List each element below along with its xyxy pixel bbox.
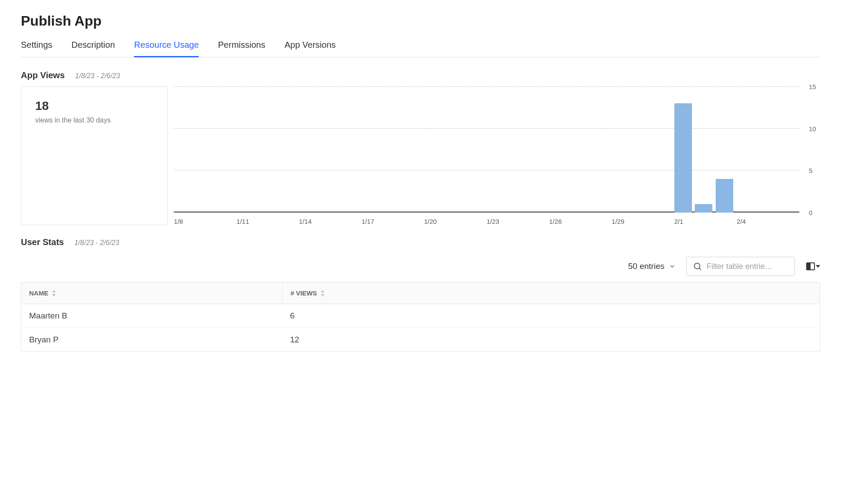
table-header: NAME # VIEWS (21, 282, 820, 304)
bar-column (654, 86, 674, 212)
chevron-down-icon (669, 263, 676, 270)
user-stats-table: NAME # VIEWS Maarten B6Bryan P12 (21, 282, 820, 352)
bar-column (487, 86, 507, 212)
x-tick-label: 1/26 (549, 218, 612, 225)
search-icon (693, 262, 702, 271)
views-stat-sub: views in the last 30 days (35, 116, 154, 124)
entries-label: 50 entries (628, 262, 664, 271)
sort-icon (320, 290, 325, 296)
bar-column (778, 86, 799, 212)
bar-column (737, 86, 758, 212)
svg-marker-6 (52, 294, 56, 296)
x-tick-label: 1/29 (612, 218, 674, 225)
bar-column (320, 86, 341, 212)
bar-column (257, 86, 278, 212)
sort-icon (52, 290, 56, 296)
app-views-range: 1/8/23 - 2/6/23 (75, 72, 120, 80)
bar-column (445, 86, 466, 212)
bar (695, 204, 712, 212)
svg-marker-7 (321, 290, 324, 292)
bar-column (424, 86, 445, 212)
tab-description[interactable]: Description (71, 40, 115, 57)
bar-column (633, 86, 654, 212)
user-stats-title: User Stats (21, 237, 64, 247)
column-header-name[interactable]: NAME (21, 282, 282, 304)
svg-marker-8 (321, 294, 324, 296)
bar-column (237, 86, 257, 212)
tab-resource-usage[interactable]: Resource Usage (134, 40, 199, 57)
bar (716, 179, 733, 212)
bar-column (507, 86, 528, 212)
x-tick-label: 1/23 (487, 218, 549, 225)
table-row[interactable]: Bryan P12 (21, 328, 820, 351)
views-stat-number: 18 (35, 99, 154, 113)
y-tick-label: 5 (803, 167, 820, 174)
entries-select[interactable]: 50 entries (628, 262, 676, 271)
bar-column (716, 86, 737, 212)
views-chart: 051015 1/81/111/141/171/201/231/261/292/… (174, 86, 820, 225)
y-tick-label: 0 (803, 209, 820, 216)
bar-column (403, 86, 424, 212)
bar-column (591, 86, 612, 212)
bar (674, 103, 692, 212)
cell-name: Maarten B (21, 304, 282, 328)
x-tick-label: 1/20 (424, 218, 487, 225)
bar-column (299, 86, 320, 212)
x-tick-label: 1/11 (237, 218, 299, 225)
bar-column (528, 86, 549, 212)
bar-column (570, 86, 591, 212)
svg-marker-4 (816, 265, 820, 268)
tab-bar: Settings Description Resource Usage Perm… (21, 40, 820, 57)
y-tick-label: 15 (803, 83, 820, 90)
column-header-views[interactable]: # VIEWS (282, 282, 333, 304)
tab-app-versions[interactable]: App Versions (284, 40, 336, 57)
bar-column (466, 86, 487, 212)
cell-views: 12 (282, 328, 307, 351)
cell-name: Bryan P (21, 328, 282, 351)
bar-column (216, 86, 237, 212)
views-stat-card: 18 views in the last 30 days (21, 86, 168, 225)
app-views-title: App Views (21, 70, 65, 80)
column-label: NAME (29, 289, 48, 297)
bar-column (195, 86, 216, 212)
bar-column (361, 86, 382, 212)
tab-settings[interactable]: Settings (21, 40, 52, 57)
columns-icon (805, 261, 816, 272)
svg-marker-5 (52, 290, 56, 292)
x-tick-label: 1/8 (174, 218, 237, 225)
bar-column (174, 86, 195, 212)
bar-column (674, 86, 695, 212)
bar-column (382, 86, 403, 212)
page-title: Publish App (21, 13, 820, 29)
caret-down-icon (816, 264, 820, 269)
bar-column (278, 86, 299, 212)
bar-column (612, 86, 633, 212)
y-tick-label: 10 (803, 125, 820, 132)
svg-rect-3 (807, 263, 811, 270)
x-tick-label: 2/4 (737, 218, 799, 225)
filter-input[interactable] (707, 262, 788, 271)
filter-box[interactable] (686, 257, 795, 276)
column-settings-button[interactable] (805, 261, 820, 272)
bar-column (695, 86, 716, 212)
column-label: # VIEWS (290, 289, 317, 297)
bar-column (549, 86, 570, 212)
x-tick-label: 2/1 (674, 218, 737, 225)
svg-point-0 (694, 263, 700, 269)
app-views-header: App Views 1/8/23 - 2/6/23 (21, 70, 820, 80)
x-tick-label: 1/17 (361, 218, 424, 225)
x-tick-label: 1/14 (299, 218, 362, 225)
cell-views: 6 (282, 304, 303, 328)
user-stats-range: 1/8/23 - 2/6/23 (74, 239, 119, 247)
table-row[interactable]: Maarten B6 (21, 304, 820, 328)
svg-line-1 (699, 268, 701, 270)
bar-column (758, 86, 778, 212)
tab-permissions[interactable]: Permissions (218, 40, 265, 57)
user-stats-header: User Stats 1/8/23 - 2/6/23 (21, 237, 820, 247)
bar-column (341, 86, 362, 212)
